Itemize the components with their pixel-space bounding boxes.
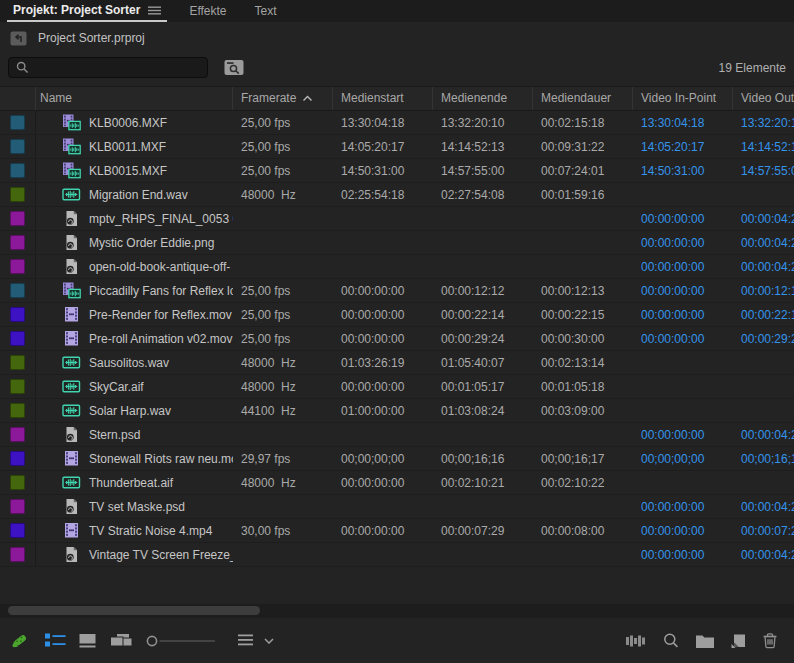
table-row[interactable]: Thunderbeat.aif 48000 Hz 00:00:00:00 00:… [0, 471, 794, 495]
tab-text[interactable]: Text [249, 0, 283, 22]
label-color-chip[interactable] [10, 427, 25, 442]
label-color-chip[interactable] [10, 355, 25, 370]
media-duration-value: 00:01:05:18 [533, 375, 633, 398]
video-clip-icon [62, 330, 81, 347]
media-duration-value: 00:00:30:00 [533, 327, 633, 350]
video-out-value: 00:00:07:29 [733, 519, 794, 542]
search-row: 19 Elemente [0, 52, 794, 84]
media-duration-value: 00:02:15:18 [533, 111, 633, 134]
clip-name: KLB0006.MXF [89, 116, 167, 130]
table-row[interactable]: Pre-Render for Reflex.mov 25,00 fps 00:0… [0, 303, 794, 327]
sort-options-button[interactable] [237, 634, 255, 647]
media-duration-value: 00:02:10:22 [533, 471, 633, 494]
media-start-value [333, 231, 433, 254]
scrollbar-thumb[interactable] [8, 606, 260, 615]
table-row[interactable]: TV Stratic Noise 4.mp4 30,00 fps 00:00:0… [0, 519, 794, 543]
table-row[interactable]: Piccadilly Fans for Reflex lon 25,00 fps… [0, 279, 794, 303]
delete-button[interactable] [762, 632, 778, 649]
video-clip-icon [62, 450, 81, 467]
horizontal-scrollbar[interactable] [0, 604, 794, 618]
video-in-value [633, 399, 733, 422]
table-row[interactable]: KLB0015.MXF 25,00 fps 14:50:31:00 14:57:… [0, 159, 794, 183]
table-row[interactable]: open-old-book-antique-off- 00:00:00:00 0… [0, 255, 794, 279]
framerate-value [233, 543, 333, 566]
column-medienende[interactable]: Medienende [433, 87, 533, 110]
table-row[interactable]: Vintage TV Screen Freeze_9 00:00:00:00 0… [0, 543, 794, 567]
media-end-value: 02:27:54:08 [433, 183, 533, 206]
video-audio-clip-icon [62, 114, 81, 131]
video-clip-icon [62, 522, 81, 539]
create-search-bin-button[interactable] [224, 59, 244, 76]
table-row[interactable]: TV set Maske.psd 00:00:00:00 00:00:04:24 [0, 495, 794, 519]
table-row[interactable]: KLB0011.MXF 25,00 fps 14:05:20:17 14:14:… [0, 135, 794, 159]
table-row[interactable]: Stonewall Riots raw neu.mo 29,97 fps 00;… [0, 447, 794, 471]
still-image-icon [62, 234, 81, 251]
new-bin-button[interactable] [695, 633, 715, 649]
media-end-value: 13:32:20:10 [433, 111, 533, 134]
panel-menu-icon[interactable] [148, 6, 161, 15]
label-color-chip[interactable] [10, 187, 25, 202]
label-color-chip[interactable] [10, 211, 25, 226]
table-row[interactable]: Pre-roll Animation v02.mov 25,00 fps 00:… [0, 327, 794, 351]
media-start-value: 14:05:20:17 [333, 135, 433, 158]
clip-name: SkyCar.aif [89, 380, 144, 394]
column-video-in-point[interactable]: Video In-Point [633, 87, 733, 110]
clip-name: Solar Harp.wav [89, 404, 171, 418]
icon-view-button[interactable] [79, 633, 96, 648]
video-in-value: 00:00:00:00 [633, 231, 733, 254]
media-start-value [333, 423, 433, 446]
table-row[interactable]: SkyCar.aif 48000 Hz 00:00:00:00 00:01:05… [0, 375, 794, 399]
video-out-value: 00:00:04:24 [733, 495, 794, 518]
video-in-value: 13:30:04:18 [633, 111, 733, 134]
search-input[interactable] [35, 60, 207, 76]
navigate-up-bin-icon[interactable] [10, 31, 27, 46]
media-duration-value: 00:03:09:00 [533, 399, 633, 422]
label-color-chip[interactable] [10, 451, 25, 466]
label-color-chip[interactable] [10, 163, 25, 178]
column-framerate[interactable]: Framerate [233, 87, 333, 110]
framerate-value: 25,00 fps [233, 327, 333, 350]
column-video-out-point[interactable]: Video Out-Point [733, 87, 794, 110]
column-label-color[interactable] [0, 87, 36, 110]
label-color-chip[interactable] [10, 259, 25, 274]
column-name[interactable]: Name [36, 87, 233, 110]
label-color-chip[interactable] [10, 379, 25, 394]
label-color-chip[interactable] [10, 139, 25, 154]
table-row[interactable]: Migration End.wav 48000 Hz 02:25:54:18 0… [0, 183, 794, 207]
video-in-value: 00:00:00:00 [633, 495, 733, 518]
table-row[interactable]: Solar Harp.wav 44100 Hz 01:00:00:00 01:0… [0, 399, 794, 423]
zoom-slider[interactable] [145, 634, 221, 648]
table-row[interactable]: Stern.psd 00:00:00:00 00:00:04:24 [0, 423, 794, 447]
freeform-view-button[interactable] [110, 633, 133, 649]
framerate-value [233, 231, 333, 254]
label-color-chip[interactable] [10, 331, 25, 346]
label-color-chip[interactable] [10, 283, 25, 298]
sort-options-chevron-down-icon[interactable] [264, 638, 274, 644]
label-color-chip[interactable] [10, 307, 25, 322]
search-box[interactable] [8, 57, 208, 78]
tab-projekt[interactable]: Projekt: Project Sorter [7, 0, 167, 22]
media-end-value [433, 231, 533, 254]
label-color-chip[interactable] [10, 523, 25, 538]
label-color-chip[interactable] [10, 235, 25, 250]
find-button[interactable] [662, 632, 680, 650]
video-in-value: 00:00:00:00 [633, 519, 733, 542]
clip-name: Piccadilly Fans for Reflex lon [89, 284, 233, 298]
label-color-chip[interactable] [10, 499, 25, 514]
column-medienstart[interactable]: Medienstart [333, 87, 433, 110]
table-row[interactable]: mptv_RHPS_FINAL_0053 0 00:00:00:00 00:00… [0, 207, 794, 231]
label-color-chip[interactable] [10, 547, 25, 562]
table-row[interactable]: Mystic Order Eddie.png 00:00:00:00 00:00… [0, 231, 794, 255]
tab-effekte[interactable]: Effekte [183, 0, 232, 22]
list-view-button[interactable] [45, 633, 66, 648]
label-color-chip[interactable] [10, 475, 25, 490]
table-row[interactable]: Sausolitos.wav 48000 Hz 01:03:26:19 01:0… [0, 351, 794, 375]
automate-to-sequence-button[interactable] [625, 634, 647, 648]
column-mediendauer[interactable]: Mediendauer [533, 87, 633, 110]
label-color-chip[interactable] [10, 403, 25, 418]
label-color-chip[interactable] [10, 115, 25, 130]
video-out-value: 00;00;16;16 [733, 447, 794, 470]
table-row[interactable]: KLB0006.MXF 25,00 fps 13:30:04:18 13:32:… [0, 111, 794, 135]
media-start-value: 01:03:26:19 [333, 351, 433, 374]
new-item-button[interactable] [730, 633, 747, 649]
